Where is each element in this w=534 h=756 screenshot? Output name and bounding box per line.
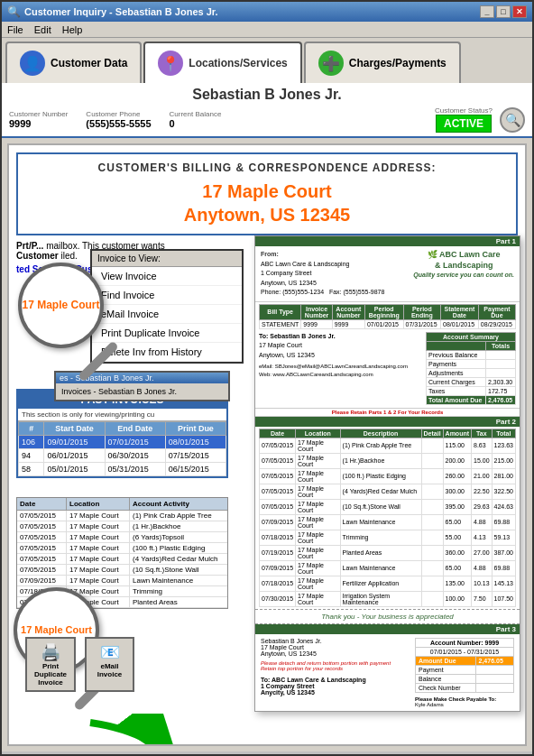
- minimize-button[interactable]: _: [480, 5, 494, 18]
- customer-search-button[interactable]: 🔍: [500, 107, 525, 133]
- tab-customer-data[interactable]: 👤 Customer Data: [5, 41, 142, 83]
- tab-charges-payments-label: Charges/Payments: [349, 57, 447, 69]
- context-menu-print-duplicate[interactable]: Print Duplicate Invoice: [92, 324, 242, 343]
- bottom-from-address: 17 Maple Court: [261, 644, 410, 650]
- thank-you-message: Thank you - Your business is appreciated: [255, 609, 520, 624]
- context-menu-title: Invoice to View:: [92, 251, 242, 267]
- invoice-bill-type-table: Bill Type Invoice Number Account Number …: [259, 304, 516, 329]
- bottom-amount-due-row: Amount Due 2,476.05: [416, 656, 514, 665]
- context-menu-title-text: Invoice to View:: [97, 254, 161, 263]
- menu-edit[interactable]: Edit: [34, 24, 51, 35]
- detail-row: 07/05/201517 Maple Court(1) Pink Crab Ap…: [260, 438, 516, 453]
- window-title: Customer Inquiry - Sebastian B Jones Jr.: [24, 6, 218, 17]
- to-label: To: Sebastian B Jones Jr.: [259, 332, 422, 342]
- context-menu-email-invoice[interactable]: eMail Invoice: [92, 305, 242, 324]
- to-label-bottom: To: ABC Lawn Care & Landscaping1 Company…: [261, 677, 410, 696]
- sum-val: [486, 368, 516, 377]
- context-menu-find-invoice[interactable]: Find Invoice: [92, 286, 242, 305]
- invoice-row-94[interactable]: 94 06/01/2015 06/30/2015 07/15/2015: [19, 449, 226, 463]
- activity-row[interactable]: 07/05/201517 Maple Court(10 Sq.ft.)Stone…: [17, 565, 227, 576]
- det-col-location: Location: [296, 429, 341, 438]
- maximize-button[interactable]: □: [496, 5, 511, 18]
- menu-file[interactable]: File: [7, 24, 23, 35]
- billing-section: CUSTOMER'S BILLING & CORRESPONDENCE ADDR…: [16, 152, 518, 235]
- summary-current-charges: Current Charges 2,303.30: [427, 377, 516, 386]
- col-pay-due: Payment Due: [478, 304, 515, 319]
- email-invoice-button[interactable]: 📧 eMailInvoice: [85, 637, 134, 692]
- invoice-to-summary: To: Sebastian B Jones Jr. 17 Maple Court…: [259, 332, 516, 405]
- activity-col-location: Location: [67, 498, 130, 510]
- inv-due: 08/01/2015: [165, 436, 226, 449]
- menu-bar: File Edit Help: [2, 22, 532, 38]
- inv-due: 07/15/2015: [165, 449, 226, 463]
- tab-locations-services[interactable]: 📍 Locations/Services: [143, 41, 301, 83]
- bottom-acct-num: 9999: [485, 640, 500, 646]
- tab-charges-payments[interactable]: ➕ Charges/Payments: [304, 41, 461, 83]
- activity-row[interactable]: 07/05/201517 Maple Court(4 Yards)Red Ced…: [17, 554, 227, 565]
- activity-row[interactable]: 07/05/201517 Maple Court(1) Pink Crab Ap…: [17, 511, 227, 521]
- activity-header: Date Location Account Activity: [17, 498, 227, 511]
- invoice-bottom-section: Sebastian B Jones Jr. 17 Maple Court Any…: [255, 634, 520, 711]
- context-menu-view-invoice[interactable]: View Invoice: [92, 267, 242, 286]
- close-button[interactable]: ✕: [512, 5, 527, 18]
- activity-col-date: Date: [17, 498, 67, 510]
- customer-number: 9999: [9, 118, 31, 129]
- customer-phone: (555)555-5555: [86, 118, 151, 129]
- current-balance-label: Current Balance: [170, 110, 222, 118]
- period-end-val: 07/31/2015: [403, 319, 440, 328]
- magnified-address: 17 Maple Court: [22, 299, 99, 311]
- from-phone: Phone: (555)555-1234 Fax: (555)555-9878: [261, 288, 384, 298]
- detail-row: 07/05/201517 Maple Court(4 Yards)Red Ced…: [260, 484, 516, 499]
- invoice-row-106[interactable]: 106 09/01/2015 07/01/2015 08/01/2015: [19, 436, 226, 449]
- tab-customer-data-icon: 👤: [20, 51, 45, 76]
- email-icon: 📧: [94, 642, 125, 662]
- summary-col-totals: Totals: [486, 341, 516, 350]
- invoice-part1-label: Part 1: [255, 236, 520, 246]
- to-city: Anytown, US 12345: [259, 351, 422, 361]
- billing-address: 17 Maple Court Anytown, US 12345: [25, 180, 509, 226]
- print-duplicate-button[interactable]: 🖨️ Print Duplicate Invoice: [25, 637, 76, 692]
- from-address: 1 Company Street: [261, 269, 384, 279]
- detail-row: 07/19/201517 Maple CourtPlanted Areas360…: [260, 545, 516, 560]
- stmt-date-val: 08/01/2015: [441, 319, 479, 328]
- invoice-row-58[interactable]: 58 05/01/2015 05/31/2015 06/15/2015: [19, 463, 226, 476]
- customer-phone-label: Customer Phone: [86, 110, 140, 118]
- bill-type-val: STATEMENT: [260, 319, 301, 328]
- bottom-account-num-row: Account Number: 9999: [416, 638, 514, 647]
- detail-row: 07/09/201517 Maple CourtLawn Maintenance…: [260, 560, 516, 576]
- tab-bar: 👤 Customer Data 📍 Locations/Services ➕ C…: [2, 38, 532, 83]
- col-period-end: Period Ending: [403, 304, 440, 319]
- inv-start: 06/01/2015: [44, 449, 105, 463]
- sum-label: Previous Balance: [427, 350, 486, 359]
- check-label: Check Number: [416, 683, 476, 692]
- billing-title: CUSTOMER'S BILLING & CORRESPONDENCE ADDR…: [25, 161, 509, 174]
- customer-info-bar: Sebastian B Jones Jr. Customer Number 99…: [2, 83, 532, 138]
- check-val: [475, 683, 513, 692]
- col-stmt-date: Statement Date: [441, 304, 479, 319]
- activity-row[interactable]: 07/05/201517 Maple Court(6 Yards)Topsoil: [17, 532, 227, 543]
- activity-row[interactable]: 07/09/201517 Maple CourtLawn Maintenance: [17, 576, 227, 586]
- sum-val: [486, 350, 516, 359]
- invoice-to: To: Sebastian B Jones Jr. 17 Maple Court…: [259, 332, 422, 405]
- inv-end: 07/01/2015: [105, 436, 165, 449]
- det-col-desc: Description: [340, 429, 421, 438]
- invoice-num-val: 9999: [301, 319, 332, 328]
- detail-row: 07/30/201517 Maple CourtIrrigation Syste…: [260, 591, 516, 606]
- col-invoice-num: Invoice Number: [301, 304, 332, 319]
- activity-row[interactable]: 07/05/201517 Maple Court(100 ft.) Plasti…: [17, 543, 227, 554]
- logo-tagline: Quality service you can count on.: [413, 271, 514, 279]
- bottom-period-row: 07/01/2015 - 07/31/2015: [416, 647, 514, 656]
- email-button-label: eMailInvoice: [94, 662, 125, 678]
- menu-help[interactable]: Help: [62, 24, 83, 35]
- status-badge: ACTIVE: [436, 115, 492, 133]
- inv-end: 05/31/2015: [105, 463, 165, 476]
- tab-locations-services-label: Locations/Services: [189, 57, 287, 69]
- sum-label: Payments: [427, 359, 486, 368]
- det-col-amount: Amount: [443, 429, 471, 438]
- summary-total: Total Amount Due 2,476.05: [427, 395, 516, 404]
- inv-num: 58: [19, 463, 44, 476]
- to-name: Sebastian B Jones Jr.: [270, 333, 335, 339]
- detail-row: 07/05/201517 Maple Court(100 ft.) Plasti…: [260, 468, 516, 484]
- activity-row[interactable]: 07/05/201517 Maple Court(1 Hr.)Backhoe: [17, 521, 227, 532]
- detail-row: 07/18/201517 Maple CourtTrimming55.004.1…: [260, 530, 516, 545]
